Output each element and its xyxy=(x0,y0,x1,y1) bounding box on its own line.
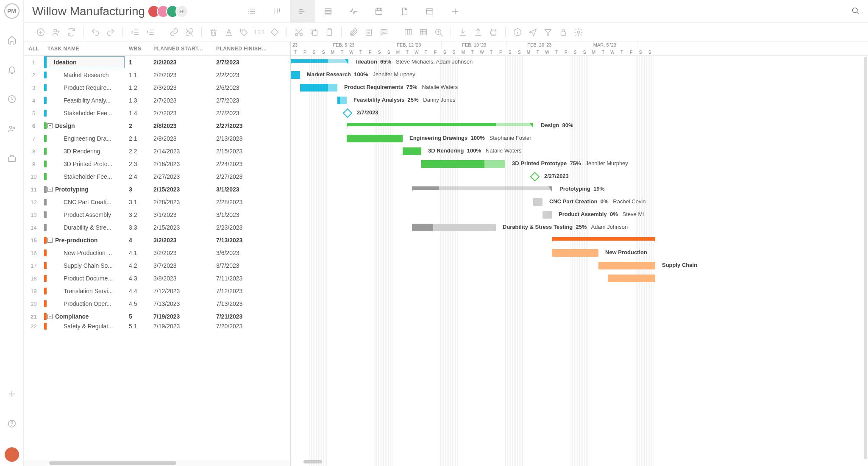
gantt-task-bar[interactable] xyxy=(598,262,655,269)
table-row[interactable]: 14Durability & Stre...3.32/15/20232/23/2… xyxy=(24,221,290,234)
table-row[interactable]: 16New Production ...4.13/2/20233/6/2023 xyxy=(24,247,290,259)
clock-icon[interactable] xyxy=(6,93,18,105)
gantt-task-bar[interactable] xyxy=(608,275,655,282)
sync-icon[interactable] xyxy=(64,25,79,39)
comment-icon[interactable] xyxy=(376,25,392,39)
link-icon[interactable] xyxy=(167,25,182,39)
import-icon[interactable] xyxy=(455,25,470,39)
milestone-diamond-icon[interactable] xyxy=(267,25,282,39)
table-row[interactable]: 22Safety & Regulat...5.17/19/20237/20/20… xyxy=(24,323,290,330)
gantt-summary-bar[interactable] xyxy=(412,186,552,190)
gantt-task-bar[interactable] xyxy=(552,249,598,257)
send-icon[interactable] xyxy=(525,25,540,39)
collapse-icon[interactable]: – xyxy=(47,314,53,319)
bell-icon[interactable] xyxy=(6,64,18,75)
table-row[interactable]: 3Product Require...1.22/3/20232/6/2023 xyxy=(24,81,290,94)
notes-icon[interactable] xyxy=(361,25,376,39)
app-logo[interactable]: PM xyxy=(4,3,19,19)
view-sheet-icon[interactable] xyxy=(315,0,341,23)
table-row[interactable]: 1Ideation12/2/20232/7/2023 xyxy=(24,56,290,69)
trash-icon[interactable] xyxy=(206,25,221,39)
table-row[interactable]: 21–Compliance57/19/20237/21/2023 xyxy=(24,310,290,323)
collapse-icon[interactable]: – xyxy=(47,238,53,243)
undo-icon[interactable] xyxy=(88,25,103,39)
user-avatar[interactable] xyxy=(5,447,19,462)
gantt-task-bar[interactable] xyxy=(347,135,403,142)
view-list-icon[interactable] xyxy=(239,0,264,23)
table-row[interactable]: 17Supply Chain So...4.23/7/20233/7/2023 xyxy=(24,259,290,272)
gantt-task-bar[interactable] xyxy=(291,71,300,79)
column-task-name[interactable]: TASK NAME xyxy=(44,46,129,52)
gantt-summary-bar[interactable] xyxy=(291,59,348,63)
table-row[interactable]: 4Feasibility Analy...1.32/7/20232/7/2023 xyxy=(24,94,290,107)
home-icon[interactable] xyxy=(6,34,18,46)
settings-gear-icon[interactable] xyxy=(571,25,586,39)
zoom-icon[interactable] xyxy=(431,25,446,39)
gantt-milestone-diamond[interactable] xyxy=(343,108,353,118)
export-icon[interactable] xyxy=(470,25,486,39)
copy-icon[interactable] xyxy=(306,25,322,39)
print-icon[interactable] xyxy=(486,25,501,39)
table-row[interactable]: 83D Rendering2.22/14/20232/15/2023 xyxy=(24,145,290,158)
team-icon[interactable] xyxy=(6,123,18,135)
table-row[interactable]: 5Stakeholder Fee...1.42/7/20232/7/2023 xyxy=(24,107,290,119)
collapse-icon[interactable]: – xyxy=(47,187,53,192)
redo-icon[interactable] xyxy=(103,25,118,39)
gantt-vertical-scrollbar[interactable] xyxy=(864,57,867,459)
view-board-icon[interactable] xyxy=(264,0,290,23)
view-gantt-icon[interactable] xyxy=(290,0,315,23)
plus-icon[interactable] xyxy=(6,388,18,400)
table-row[interactable]: 20Production Oper...4.57/13/20237/13/202… xyxy=(24,297,290,310)
info-icon[interactable] xyxy=(510,25,525,39)
cut-icon[interactable] xyxy=(291,25,306,39)
table-row[interactable]: 10Stakeholder Fee...2.42/27/20232/27/202… xyxy=(24,170,290,183)
attachment-icon[interactable] xyxy=(346,25,361,39)
table-row[interactable]: 11–Prototyping32/15/20233/1/2023 xyxy=(24,183,290,196)
view-add-icon[interactable] xyxy=(442,0,468,23)
table-row[interactable]: 7Engineering Dra...2.12/8/20232/13/2023 xyxy=(24,132,290,145)
view-calendar-icon[interactable] xyxy=(366,0,392,23)
table-row[interactable]: 15–Pre-production43/2/20237/13/2023 xyxy=(24,234,290,247)
view-activity-icon[interactable] xyxy=(341,0,366,23)
gantt-task-bar[interactable] xyxy=(403,147,421,155)
gantt-task-bar[interactable] xyxy=(337,97,347,104)
grid-icon[interactable] xyxy=(416,25,431,39)
gantt-task-bar[interactable] xyxy=(300,84,337,92)
gantt-task-bar[interactable] xyxy=(421,160,505,168)
view-window-icon[interactable] xyxy=(417,0,442,23)
wbs-toggle[interactable]: 123 xyxy=(252,25,267,39)
gantt-task-bar[interactable] xyxy=(412,224,496,231)
gantt-summary-bar[interactable] xyxy=(552,237,655,241)
tag-icon[interactable] xyxy=(236,25,252,39)
column-all[interactable]: ALL xyxy=(24,46,44,52)
briefcase-icon[interactable] xyxy=(6,153,18,164)
table-row[interactable]: 19Translation Servi...4.47/12/20237/12/2… xyxy=(24,285,290,297)
gantt-task-bar[interactable] xyxy=(542,211,552,219)
table-row[interactable]: 13Product Assembly3.23/1/20233/1/2023 xyxy=(24,208,290,221)
horizontal-scrollbar[interactable] xyxy=(24,460,290,466)
add-circle-icon[interactable] xyxy=(33,25,48,39)
table-row[interactable]: 18Product Docume...4.33/8/20237/11/2023 xyxy=(24,272,290,285)
indent-icon[interactable] xyxy=(142,25,158,39)
gantt-horizontal-scrollbar[interactable] xyxy=(303,460,322,466)
column-wbs[interactable]: WBS xyxy=(129,46,153,52)
paste-icon[interactable] xyxy=(322,25,337,39)
view-file-icon[interactable] xyxy=(392,0,417,23)
table-row[interactable]: 6–Design22/8/20232/27/2023 xyxy=(24,119,290,132)
filter-icon[interactable] xyxy=(540,25,556,39)
avatar-more[interactable]: +6 xyxy=(175,5,188,18)
project-members[interactable]: +6 xyxy=(151,5,188,18)
gantt-task-bar[interactable] xyxy=(533,198,542,206)
lock-icon[interactable] xyxy=(556,25,571,39)
unlink-icon[interactable] xyxy=(182,25,197,39)
column-planned-start[interactable]: PLANNED START... xyxy=(153,46,216,52)
text-color-icon[interactable] xyxy=(221,25,236,39)
collapse-icon[interactable]: – xyxy=(47,123,53,128)
search-icon[interactable] xyxy=(851,6,860,17)
gantt-summary-bar[interactable] xyxy=(347,123,533,126)
help-icon[interactable] xyxy=(6,418,18,430)
outdent-icon[interactable] xyxy=(127,25,142,39)
table-row[interactable]: 12CNC Part Creati...3.12/28/20232/28/202… xyxy=(24,196,290,208)
column-planned-finish[interactable]: PLANNED FINISH... xyxy=(216,46,290,52)
assign-user-icon[interactable] xyxy=(48,25,64,39)
